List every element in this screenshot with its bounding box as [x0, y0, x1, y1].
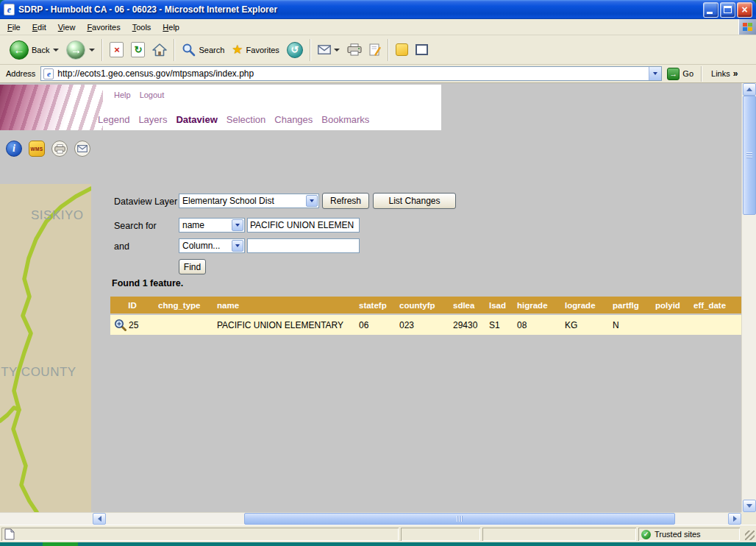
- window-controls: ×: [703, 2, 752, 18]
- desktop-strip: [0, 542, 756, 546]
- scroll-right-button[interactable]: [728, 513, 741, 525]
- edit-button[interactable]: [365, 37, 385, 63]
- cell-id: 25: [110, 315, 154, 335]
- toolbar-separator: [101, 39, 103, 61]
- discuss-button[interactable]: [412, 37, 432, 63]
- menu-help[interactable]: Help: [157, 21, 185, 34]
- col-countyfp: countyfp: [396, 297, 449, 313]
- close-button[interactable]: ×: [737, 2, 752, 18]
- status-panel: [401, 528, 480, 541]
- vertical-scroll-thumb[interactable]: [743, 96, 756, 215]
- resize-gripper[interactable]: [745, 531, 755, 540]
- address-dropdown-button[interactable]: [649, 67, 661, 80]
- tab-layers[interactable]: Layers: [138, 114, 167, 125]
- table-header-row: ID chng_type name statefp countyfp sdlea…: [110, 297, 741, 313]
- scroll-up-button[interactable]: [743, 83, 756, 96]
- logout-link[interactable]: Logout: [140, 91, 165, 99]
- arrow-up-icon: [746, 88, 752, 91]
- scrollbar-corner: [741, 512, 756, 525]
- tab-dataview[interactable]: Dataview: [176, 114, 217, 125]
- scroll-down-button[interactable]: [743, 500, 756, 512]
- scroll-left-button[interactable]: [93, 513, 106, 525]
- col-polyid: polyid: [652, 297, 690, 313]
- identify-zoom-icon[interactable]: [114, 319, 126, 331]
- mail-dropdown-icon[interactable]: [334, 49, 340, 52]
- back-button[interactable]: ← Back: [6, 37, 63, 63]
- back-label: Back: [32, 46, 49, 54]
- maximize-button[interactable]: [720, 2, 735, 18]
- forward-button[interactable]: →: [63, 37, 99, 63]
- go-button[interactable]: Go: [682, 69, 693, 78]
- cell-lsad: S1: [485, 315, 513, 335]
- page-content: Help Logout Legend Layers Dataview Selec…: [0, 83, 741, 512]
- title-bar: e SDRP - Humboldt CA - 06 - 06023 - Micr…: [0, 0, 756, 19]
- print-map-button[interactable]: [51, 141, 68, 157]
- email-map-button[interactable]: [74, 141, 90, 157]
- menu-favorites[interactable]: Favorites: [81, 21, 126, 34]
- horizontal-scrollbar[interactable]: [0, 512, 741, 525]
- links-label[interactable]: Links: [711, 69, 730, 78]
- refresh-icon: ↻: [131, 42, 145, 57]
- refresh-button[interactable]: ↻: [127, 37, 149, 63]
- info-button[interactable]: i: [6, 141, 22, 157]
- menu-view[interactable]: View: [52, 21, 82, 34]
- mail-button[interactable]: [314, 37, 343, 63]
- go-icon[interactable]: →: [667, 68, 680, 80]
- vertical-scrollbar[interactable]: [741, 83, 756, 512]
- menu-file[interactable]: File: [1, 21, 26, 34]
- stop-button[interactable]: ×: [106, 37, 127, 63]
- address-bar: Address e http://ecots1.geo.census.gov/m…: [0, 65, 756, 83]
- edit-icon: [369, 43, 381, 57]
- print-button[interactable]: [343, 37, 365, 63]
- address-input[interactable]: e http://ecots1.geo.census.gov/mtpsmaps/…: [40, 66, 662, 81]
- menu-tools[interactable]: Tools: [126, 21, 157, 34]
- links-chevron-icon[interactable]: »: [733, 68, 738, 79]
- and-column-select[interactable]: Column...: [179, 238, 245, 253]
- messenger-icon: [396, 43, 408, 56]
- back-dropdown-icon[interactable]: [53, 49, 59, 52]
- tab-bookmarks[interactable]: Bookmarks: [321, 114, 369, 125]
- favorites-button[interactable]: ★ Favorites: [228, 37, 283, 63]
- list-changes-button[interactable]: List Changes: [373, 193, 456, 209]
- cell-lograde: KG: [561, 315, 609, 335]
- menu-edit[interactable]: Edit: [26, 21, 52, 34]
- help-link[interactable]: Help: [114, 91, 131, 99]
- select-dropdown-icon[interactable]: [232, 219, 243, 231]
- minimize-button[interactable]: [703, 2, 718, 18]
- messenger-button[interactable]: [392, 37, 412, 63]
- refresh-layer-button[interactable]: Refresh: [322, 193, 369, 209]
- dataview-layer-select[interactable]: Elementary School Dist: [179, 194, 319, 208]
- col-partflg: partflg: [609, 297, 652, 313]
- select-dropdown-icon[interactable]: [306, 195, 318, 207]
- toolbar-separator: [310, 39, 311, 61]
- home-button[interactable]: [149, 37, 171, 63]
- col-lograde: lograde: [561, 297, 609, 313]
- table-row[interactable]: 25 PACIFIC UNION ELEMENTARY 06 023 29430…: [110, 315, 741, 335]
- nav-tabs: Legend Layers Dataview Selection Changes…: [98, 114, 369, 125]
- arrow-left-icon: [98, 516, 101, 522]
- thumb-grip: [746, 152, 752, 159]
- envelope-icon: [77, 145, 88, 152]
- search-button[interactable]: Search: [178, 37, 228, 63]
- map-tool-icons: i WMS: [6, 141, 90, 157]
- search-text-input[interactable]: [247, 218, 360, 233]
- col-eff-date: eff_date: [690, 297, 741, 313]
- wms-button[interactable]: WMS: [29, 141, 45, 157]
- document-icon: [4, 528, 15, 540]
- and-text-input[interactable]: [247, 238, 360, 253]
- find-button[interactable]: Find: [179, 259, 206, 274]
- minimize-icon: [707, 12, 713, 14]
- map-frame[interactable]: SISKIYO ITY COUNTY: [0, 184, 91, 512]
- print-icon: [347, 43, 362, 56]
- tab-changes[interactable]: Changes: [274, 114, 313, 125]
- select-dropdown-icon[interactable]: [232, 240, 243, 252]
- horizontal-scroll-thumb[interactable]: [244, 513, 675, 525]
- cell-countyfp: 023: [396, 315, 449, 335]
- search-column-select[interactable]: name: [179, 218, 245, 233]
- tab-legend[interactable]: Legend: [98, 114, 129, 125]
- tab-selection[interactable]: Selection: [227, 114, 265, 125]
- forward-dropdown-icon[interactable]: [89, 49, 95, 52]
- history-icon: ↺: [287, 42, 303, 58]
- history-button[interactable]: ↺: [283, 37, 307, 63]
- cell-eff-date: [690, 315, 741, 335]
